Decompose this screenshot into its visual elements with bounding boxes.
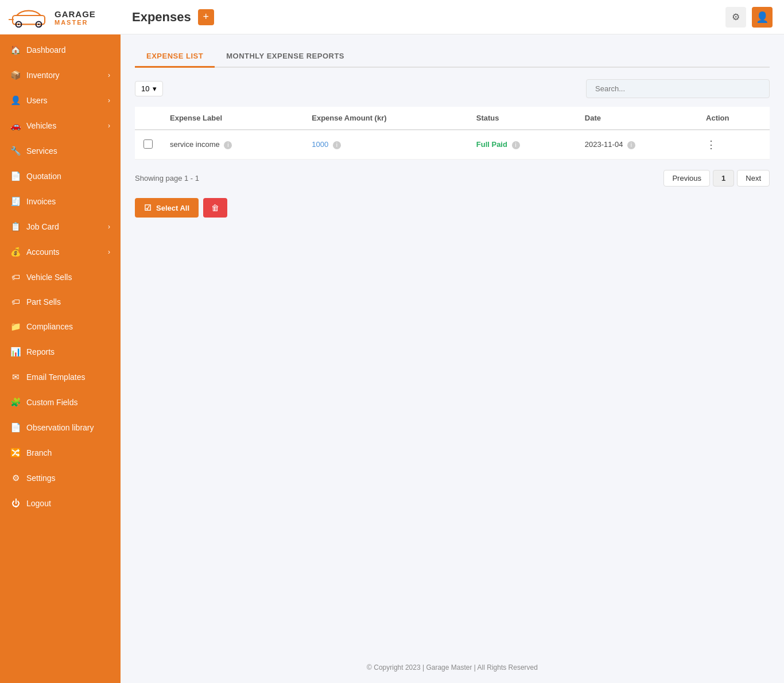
chevron-right-icon: › [108,71,110,79]
topbar-actions: ⚙ 👤 [725,7,773,28]
pagination-area: Showing page 1 - 1 Previous 1 Next [135,170,770,187]
action-menu-button[interactable]: ⋮ [706,139,717,150]
sidebar-item-quotation[interactable]: 📄 Quotation [0,164,121,189]
sidebar-item-label: Invoices [26,197,56,206]
per-page-value: 10 [141,84,149,93]
delete-selected-button[interactable]: 🗑 [203,198,227,218]
row-checkbox-cell [135,130,161,160]
sidebar-item-label: Job Card [26,222,59,231]
dashboard-icon: 🏠 [10,45,21,55]
sidebar-item-email-templates[interactable]: ✉ Email Templates [0,364,121,390]
sidebar-item-dashboard[interactable]: 🏠 Dashboard [0,37,121,63]
user-profile-button[interactable]: 👤 [752,7,773,28]
sidebar-item-branch[interactable]: 🔀 Branch [0,440,121,465]
sidebar-item-vehicles[interactable]: 🚗 Vehicles › [0,113,121,138]
select-all-button[interactable]: ☑ Select All [135,198,199,218]
sidebar-item-reports[interactable]: 📊 Reports [0,339,121,364]
sidebar-item-label: Vehicles [26,121,56,130]
sidebar-item-inventory[interactable]: 📦 Inventory › [0,63,121,88]
col-checkbox [135,107,161,130]
invoices-icon: 🧾 [10,196,21,207]
observation-library-icon: 📄 [10,422,21,433]
sidebar-item-jobcard[interactable]: 📋 Job Card › [0,214,121,239]
sidebar-item-invoices[interactable]: 🧾 Invoices [0,189,121,214]
accounts-icon: 💰 [10,247,21,257]
tab-bar: EXPENSE LIST MONTHLY EXPENSE REPORTS [135,46,770,68]
sidebar-item-vehicle-sells[interactable]: 🏷 Vehicle Sells [0,265,121,289]
sidebar-item-label: Users [26,96,48,105]
add-expense-button[interactable]: + [198,9,214,25]
branch-icon: 🔀 [10,448,21,458]
sidebar-item-label: Inventory [26,71,60,80]
services-icon: 🔧 [10,146,21,156]
quotation-icon: 📄 [10,171,21,181]
custom-fields-icon: 🧩 [10,397,21,408]
checkbox-icon: ☑ [144,203,152,212]
email-templates-icon: ✉ [10,372,21,382]
gear-icon: ⚙ [732,11,740,22]
page-1-button[interactable]: 1 [713,170,734,187]
topbar: Expenses + ⚙ 👤 [121,0,784,34]
settings-gear-button[interactable]: ⚙ [725,7,746,28]
sidebar-item-services[interactable]: 🔧 Services [0,138,121,164]
user-icon: 👤 [756,11,769,24]
pagination: Previous 1 Next [663,170,770,187]
status-info-icon[interactable]: i [512,141,520,149]
chevron-right-icon: › [108,223,110,231]
svg-point-4 [38,24,40,25]
per-page-select[interactable]: 10 ▾ [135,81,163,96]
sidebar-item-observation-library[interactable]: 📄 Observation library [0,415,121,440]
settings-icon: ⚙ [10,473,21,483]
prev-page-button[interactable]: Previous [663,170,710,187]
sidebar-item-label: Logout [26,499,51,508]
sidebar-item-label: Dashboard [26,45,66,55]
sidebar-item-label: Settings [26,474,56,483]
logout-icon: ⏻ [10,498,21,508]
label-info-icon[interactable]: i [224,141,232,149]
chevron-right-icon: › [108,248,110,256]
sidebar-item-part-sells[interactable]: 🏷 Part Sells [0,289,121,314]
sidebar-item-logout[interactable]: ⏻ Logout [0,491,121,515]
bulk-actions: ☑ Select All 🗑 [135,198,770,218]
sidebar-nav: 🏠 Dashboard 📦 Inventory › 👤 Users › 🚗 Ve… [0,34,121,515]
showing-text: Showing page 1 - 1 [135,174,199,183]
inventory-icon: 📦 [10,70,21,80]
row-status: Full Paid i [468,130,576,160]
svg-point-2 [18,24,20,25]
sidebar-item-label: Accounts [26,247,60,257]
logo-name: GARAGE [55,9,96,19]
col-date: Date [576,107,697,130]
sidebar-item-label: Reports [26,347,55,356]
tab-monthly-reports[interactable]: MONTHLY EXPENSE REPORTS [215,46,356,68]
table-header: Expense Label Expense Amount (kr) Status… [135,107,770,130]
sidebar-item-accounts[interactable]: 💰 Accounts › [0,239,121,265]
table-body: service income i 1000 i Full Paid i 2023… [135,130,770,160]
table-controls: 10 ▾ [135,79,770,98]
col-action: Action [697,107,770,130]
table-row: service income i 1000 i Full Paid i 2023… [135,130,770,160]
sidebar-item-label: Branch [26,448,52,457]
row-checkbox[interactable] [143,139,153,149]
sidebar-item-label: Quotation [26,172,61,181]
sidebar-item-label: Compliances [26,322,73,331]
sidebar-item-users[interactable]: 👤 Users › [0,88,121,113]
expense-table: Expense Label Expense Amount (kr) Status… [135,107,770,160]
logo-car-icon [9,7,49,28]
compliances-icon: 📁 [10,321,21,332]
vehicle-sells-icon: 🏷 [10,272,21,282]
sidebar-item-custom-fields[interactable]: 🧩 Custom Fields [0,390,121,415]
footer: © Copyright 2023 | Garage Master | All R… [121,652,784,683]
vehicles-icon: 🚗 [10,121,21,131]
jobcard-icon: 📋 [10,222,21,232]
row-date: 2023-11-04 i [576,130,697,160]
sidebar-item-label: Services [26,146,57,156]
next-page-button[interactable]: Next [737,170,770,187]
amount-info-icon[interactable]: i [333,141,341,149]
search-input[interactable] [586,79,770,98]
date-info-icon[interactable]: i [627,141,635,149]
sidebar-item-settings[interactable]: ⚙ Settings [0,465,121,491]
content-area: EXPENSE LIST MONTHLY EXPENSE REPORTS 10 … [121,34,784,652]
logo-subtitle: MASTER [55,19,96,26]
sidebar-item-compliances[interactable]: 📁 Compliances [0,314,121,339]
tab-expense-list[interactable]: EXPENSE LIST [135,46,215,68]
